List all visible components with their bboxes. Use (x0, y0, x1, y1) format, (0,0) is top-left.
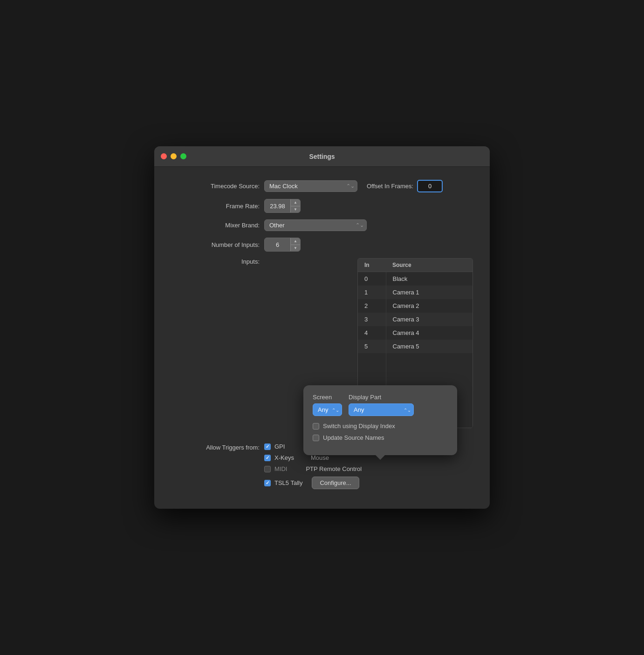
trigger-ptp-label: PTP Remote Control (306, 465, 362, 472)
allow-triggers-label: Allow Triggers from: (171, 443, 264, 451)
trigger-gpi-checkbox[interactable] (264, 443, 271, 450)
titlebar: Settings (154, 146, 490, 167)
popup-screen-select-wrapper: Any ⌃⌄ (313, 403, 342, 416)
mixer-brand-select[interactable]: Other (264, 219, 367, 231)
table-row[interactable]: 0Black (358, 272, 473, 286)
inputs-col-source: Source (386, 259, 473, 272)
number-of-inputs-value: 6 (265, 239, 290, 250)
mixer-brand-wrapper: Other ⌃⌄ (264, 219, 367, 231)
inputs-col-in: In (358, 259, 386, 272)
input-source-cell: Black (386, 272, 473, 286)
table-row-empty (358, 368, 473, 383)
mixer-brand-row: Mixer Brand: Other ⌃⌄ (171, 219, 473, 231)
offset-in-frames-label: Offset In Frames: (367, 183, 413, 190)
number-of-inputs-stepper[interactable]: 6 ▲ ▼ (264, 238, 301, 252)
frame-rate-row: Frame Rate: 23.98 ▲ ▼ (171, 199, 473, 213)
trigger-item-gpi: GPI (264, 443, 285, 450)
window-title: Settings (309, 153, 335, 160)
trigger-xkeys-label: X-Keys (274, 454, 294, 461)
timecode-source-select[interactable]: Mac Clock (264, 180, 357, 192)
trigger-item-midi: MIDI (264, 465, 287, 472)
table-row-empty (358, 353, 473, 368)
popup-display-part-col: Display Part Any ⌃⌄ (349, 394, 414, 416)
maximize-button[interactable] (180, 153, 186, 159)
trigger-item-tsl5: TSL5 Tally (264, 479, 302, 486)
popup-display-part-select[interactable]: Any (349, 403, 414, 416)
input-in-cell: 1 (358, 286, 386, 299)
popup-display-part-select-wrapper: Any ⌃⌄ (349, 403, 414, 416)
frame-rate-value: 23.98 (265, 201, 290, 212)
settings-content: Timecode Source: Mac Clock ⌃⌄ Offset In … (154, 167, 490, 509)
trigger-gpi-label: GPI (274, 443, 285, 450)
table-row[interactable]: 4Camera 4 (358, 326, 473, 340)
offset-in-frames-input[interactable]: 0 (417, 180, 443, 192)
input-in-cell: 0 (358, 272, 386, 286)
trigger-mouse-label: Mouse (311, 454, 329, 461)
popup-screen-select[interactable]: Any (313, 403, 342, 416)
popup-display-part-label: Display Part (349, 394, 414, 401)
trigger-midi-label: MIDI (274, 465, 287, 472)
input-in-cell: 2 (358, 299, 386, 313)
close-button[interactable] (161, 153, 167, 159)
trigger-item-ptp: PTP Remote Control (306, 465, 362, 472)
frame-rate-stepper[interactable]: 23.98 ▲ ▼ (264, 199, 301, 213)
number-of-inputs-decrement-button[interactable]: ▼ (291, 245, 300, 251)
frame-rate-decrement-button[interactable]: ▼ (291, 206, 300, 212)
trigger-midi-checkbox[interactable] (264, 466, 271, 472)
input-in-cell: 4 (358, 326, 386, 340)
input-in-cell: 5 (358, 340, 386, 353)
number-of-inputs-row: Number of Inputs: 6 ▲ ▼ (171, 238, 473, 252)
popup-update-source-label: Update Source Names (323, 434, 384, 441)
settings-window: Settings Timecode Source: Mac Clock ⌃⌄ O… (154, 146, 490, 509)
popup-switch-display-checkbox[interactable] (313, 423, 319, 430)
configure-button[interactable]: Configure... (312, 477, 359, 489)
input-source-cell: Camera 2 (386, 299, 473, 313)
inputs-table-header: In Source (358, 259, 473, 272)
number-of-inputs-stepper-buttons: ▲ ▼ (290, 238, 300, 251)
popup-dropdowns-row: Screen Any ⌃⌄ Display Part Any ⌃⌄ (313, 394, 448, 416)
timecode-source-label: Timecode Source: (171, 183, 264, 190)
timecode-source-wrapper: Mac Clock ⌃⌄ (264, 180, 357, 192)
trigger-tsl5-label: TSL5 Tally (274, 479, 302, 486)
popup-overlay: Screen Any ⌃⌄ Display Part Any ⌃⌄ (303, 385, 457, 455)
minimize-button[interactable] (171, 153, 177, 159)
inputs-label: Inputs: (171, 258, 264, 265)
table-row[interactable]: 3Camera 3 (358, 313, 473, 326)
input-source-cell: Camera 5 (386, 340, 473, 353)
number-of-inputs-label: Number of Inputs: (171, 241, 264, 248)
popup-update-source-row: Update Source Names (313, 434, 448, 441)
number-of-inputs-increment-button[interactable]: ▲ (291, 238, 300, 245)
popup-screen-col: Screen Any ⌃⌄ (313, 394, 342, 416)
trigger-item-mouse: Mouse (311, 454, 329, 461)
frame-rate-increment-button[interactable]: ▲ (291, 199, 300, 206)
table-row[interactable]: 5Camera 5 (358, 340, 473, 353)
input-in-cell: 3 (358, 313, 386, 326)
popup-switch-display-row: Switch using Display Index (313, 423, 448, 430)
popup-switch-display-label: Switch using Display Index (323, 423, 395, 430)
popup-screen-label: Screen (313, 394, 342, 401)
frame-rate-label: Frame Rate: (171, 203, 264, 210)
trigger-tsl5-checkbox[interactable] (264, 480, 271, 486)
timecode-source-row: Timecode Source: Mac Clock ⌃⌄ Offset In … (171, 180, 473, 192)
trigger-item-xkeys: X-Keys (264, 454, 294, 461)
trigger-xkeys-checkbox[interactable] (264, 455, 271, 461)
table-row[interactable]: 2Camera 2 (358, 299, 473, 313)
popup-update-source-checkbox[interactable] (313, 435, 319, 441)
frame-rate-stepper-buttons: ▲ ▼ (290, 199, 300, 212)
input-source-cell: Camera 3 (386, 313, 473, 326)
table-row[interactable]: 1Camera 1 (358, 286, 473, 299)
input-source-cell: Camera 4 (386, 326, 473, 340)
traffic-lights (161, 153, 186, 159)
input-source-cell: Camera 1 (386, 286, 473, 299)
mixer-brand-label: Mixer Brand: (171, 222, 264, 229)
